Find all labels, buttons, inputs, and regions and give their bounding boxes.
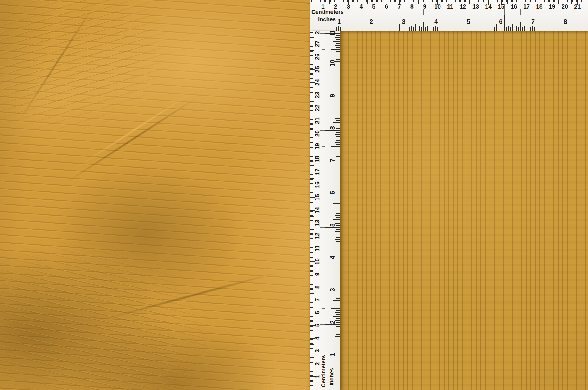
inch-tick bbox=[335, 207, 340, 207]
cm-tick bbox=[310, 329, 313, 329]
cm-tick bbox=[385, 0, 385, 2]
cm-tick bbox=[561, 0, 561, 2]
cm-tick bbox=[310, 104, 313, 104]
inch-tick bbox=[336, 322, 340, 323]
cm-tick bbox=[310, 76, 314, 76]
inch-tick bbox=[585, 22, 585, 31]
inch-cross-line bbox=[320, 130, 325, 131]
inch-number: 5 bbox=[329, 223, 336, 227]
flat-fabric-swatch bbox=[310, 0, 588, 390]
inch-tick bbox=[335, 199, 340, 199]
cm-tick bbox=[310, 39, 313, 39]
cm-number: 15 bbox=[314, 194, 320, 201]
inch-tick bbox=[335, 151, 340, 151]
cm-tick bbox=[310, 30, 313, 30]
cm-tick bbox=[580, 0, 580, 2]
cm-tick bbox=[310, 163, 313, 163]
cm-tick bbox=[570, 0, 570, 2]
cm-tick bbox=[310, 283, 313, 283]
cm-tick bbox=[310, 165, 314, 166]
inch-tick bbox=[336, 306, 340, 306]
cm-tick bbox=[481, 0, 481, 2]
cm-tick bbox=[575, 0, 575, 2]
cm-tick bbox=[432, 0, 433, 2]
cm-tick bbox=[310, 220, 313, 221]
inch-cross-line bbox=[320, 292, 325, 292]
inch-tick bbox=[335, 336, 340, 337]
inch-tick bbox=[336, 161, 340, 161]
inch-tick bbox=[336, 136, 340, 137]
cm-tick bbox=[509, 0, 509, 2]
inch-tick bbox=[336, 201, 340, 201]
cm-tick bbox=[356, 0, 356, 2]
cm-tick bbox=[310, 80, 313, 80]
cm-tick bbox=[310, 379, 313, 379]
inch-tick bbox=[325, 98, 340, 98]
cm-tick bbox=[310, 306, 314, 306]
cm-tick bbox=[310, 332, 314, 332]
inch-tick bbox=[336, 290, 340, 290]
cm-tick bbox=[402, 0, 402, 2]
cm-tick bbox=[310, 124, 313, 125]
inch-number: 7 bbox=[329, 159, 336, 162]
cm-tick bbox=[310, 268, 314, 268]
inch-tick bbox=[355, 26, 355, 31]
cm-tick bbox=[512, 0, 513, 2]
half-inch-cross-line bbox=[322, 211, 325, 211]
cm-tick bbox=[455, 0, 456, 2]
cm-tick bbox=[310, 103, 313, 103]
cm-tick bbox=[310, 378, 313, 378]
half-inch-cross-line bbox=[391, 9, 391, 15]
cm-tick bbox=[398, 0, 398, 2]
cm-tick bbox=[310, 226, 313, 226]
cm-number: 20 bbox=[314, 130, 320, 136]
cm-tick bbox=[440, 0, 440, 2]
cm-tick bbox=[389, 0, 389, 2]
inch-tick bbox=[325, 130, 340, 131]
cm-tick bbox=[310, 279, 313, 279]
cm-tick bbox=[310, 153, 314, 153]
cm-tick bbox=[366, 0, 367, 2]
inch-tick bbox=[492, 26, 492, 31]
cm-number: 27 bbox=[314, 41, 320, 47]
cm-tick bbox=[423, 0, 424, 2]
cm-tick bbox=[525, 0, 526, 2]
cm-tick bbox=[499, 0, 499, 2]
half-inch-cross-line bbox=[322, 114, 325, 114]
inch-tick bbox=[510, 27, 511, 31]
cm-number: 6 bbox=[385, 4, 388, 9]
cm-tick bbox=[310, 227, 313, 227]
cm-number: 3 bbox=[314, 349, 320, 352]
inch-tick bbox=[325, 324, 340, 325]
cm-tick bbox=[310, 271, 313, 272]
cm-tick bbox=[310, 241, 313, 241]
inch-number: 6 bbox=[499, 19, 502, 25]
cm-tick bbox=[310, 255, 314, 255]
cm-tick bbox=[492, 0, 492, 2]
inch-tick bbox=[335, 248, 340, 248]
inch-tick bbox=[397, 27, 397, 31]
cm-tick bbox=[310, 205, 313, 205]
inch-tick bbox=[336, 229, 340, 230]
inch-tick bbox=[543, 27, 543, 31]
inch-tick bbox=[336, 347, 340, 347]
cm-tick bbox=[310, 233, 313, 234]
cm-tick bbox=[571, 0, 572, 4]
inch-tick bbox=[385, 27, 385, 31]
cm-tick bbox=[562, 0, 562, 2]
inch-tick bbox=[571, 27, 571, 31]
cm-tick bbox=[528, 0, 528, 2]
inch-tick bbox=[333, 300, 340, 301]
cm-tick bbox=[519, 0, 519, 2]
cm-tick bbox=[472, 0, 472, 2]
cm-tick bbox=[310, 161, 313, 162]
inch-tick bbox=[437, 27, 438, 31]
inch-tick bbox=[573, 26, 573, 31]
half-inch-cross-line bbox=[553, 9, 553, 15]
cm-tick bbox=[436, 0, 437, 2]
cm-tick bbox=[310, 142, 313, 143]
inch-tick bbox=[413, 27, 414, 31]
half-inch-cross-line bbox=[359, 9, 359, 15]
inch-tick bbox=[456, 22, 456, 31]
inch-cross-line bbox=[472, 4, 472, 15]
